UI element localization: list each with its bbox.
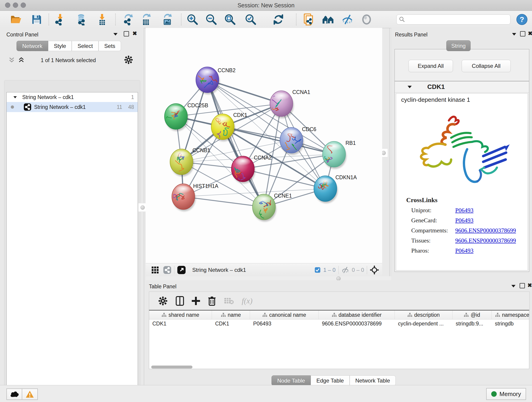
crosslink-value[interactable]: 9606.ENSP00000378699 <box>455 237 516 244</box>
birds-eye-icon[interactable] <box>370 265 379 274</box>
export-network-icon[interactable] <box>122 13 134 26</box>
tab-sets[interactable]: Sets <box>99 41 121 51</box>
export-table-icon[interactable] <box>140 13 152 26</box>
crosslink-row: GeneCard:P06493 <box>411 217 528 224</box>
network-node-CDC25B[interactable] <box>162 104 188 131</box>
network-edge[interactable] <box>243 169 325 189</box>
network-row[interactable]: String Network – cdk1 11 48 <box>7 102 138 112</box>
column-header-database-identifier[interactable]: database identifier <box>319 311 395 319</box>
open-session-icon[interactable] <box>10 13 22 26</box>
table-gear-icon[interactable] <box>158 296 167 306</box>
network-node-CDK1[interactable] <box>211 114 235 141</box>
panel-menu-icon[interactable] <box>511 285 515 287</box>
panel-close-icon[interactable]: ✖ <box>133 31 137 36</box>
cloud-button[interactable] <box>6 389 22 400</box>
import-table-file-icon[interactable] <box>96 13 108 26</box>
panel-menu-icon[interactable] <box>114 33 118 36</box>
function-builder-icon[interactable]: f(x) <box>242 297 253 305</box>
help-icon[interactable]: ? <box>516 13 528 26</box>
main-toolbar: ? <box>0 11 532 28</box>
column-header-name[interactable]: name <box>212 311 250 319</box>
hidden-eye-icon[interactable] <box>341 267 349 274</box>
zoom-in-icon[interactable] <box>186 13 198 26</box>
network-share-icon[interactable] <box>163 266 171 274</box>
node-label-HIST1H1A: HIST1H1A <box>193 183 219 189</box>
crosslink-label: Tissues: <box>411 237 455 244</box>
clone-network-icon[interactable] <box>303 13 315 26</box>
selected-checkbox-icon[interactable] <box>315 267 321 273</box>
tab-network[interactable]: Network <box>17 41 48 51</box>
panel-close-icon[interactable]: ✖ <box>527 283 532 287</box>
column-label: @id <box>471 312 480 318</box>
network-node-HIST1H1A[interactable] <box>172 184 196 211</box>
network-edge-count: 48 <box>128 104 134 110</box>
delete-table-icon[interactable] <box>224 297 234 305</box>
expand-all-button[interactable]: Expand All <box>409 60 453 72</box>
crosslink-value[interactable]: P06493 <box>455 247 473 254</box>
network-graph[interactable]: CCNB2CCNA1CDC25BCDK1CDC6RB1CCNB1CCNA2CDK… <box>146 28 382 263</box>
tab-style[interactable]: Style <box>48 41 72 51</box>
network-collection-row[interactable]: String Network – cdk1 1 <box>7 92 138 102</box>
panel-float-icon[interactable] <box>520 283 525 288</box>
column-header-namespace[interactable]: namespace <box>492 311 529 319</box>
network-node-CCNA1[interactable] <box>269 91 294 118</box>
panel-float-icon[interactable] <box>520 31 525 36</box>
add-column-icon[interactable] <box>191 296 201 306</box>
table-row[interactable]: CDK1CDK1P064939606.ENSP00000378699cyclin… <box>149 319 529 328</box>
right-splitter[interactable] <box>389 28 390 280</box>
column-header-canonical-name[interactable]: canonical name <box>250 311 319 319</box>
network-options-gear-icon[interactable] <box>124 56 133 64</box>
hidden-counts: 0 – 0 <box>352 267 364 273</box>
column-header-shared-name[interactable]: shared name <box>149 311 212 319</box>
network-node-CCNB1[interactable] <box>170 149 194 177</box>
home-icon[interactable] <box>322 13 334 26</box>
crosslink-value[interactable]: P06493 <box>455 207 473 214</box>
control-panel: Control Panel ✖ NetworkStyleSelectSets 1… <box>0 28 144 385</box>
tab-select[interactable]: Select <box>72 41 99 51</box>
tab-string[interactable]: String <box>446 40 471 51</box>
gene-entry-header[interactable]: CDK1 <box>395 81 529 93</box>
import-network-database-icon[interactable] <box>76 13 88 26</box>
svg-text:?: ? <box>520 15 524 24</box>
warning-icon <box>25 390 34 398</box>
open-in-window-icon[interactable] <box>177 266 186 274</box>
panel-close-icon[interactable]: ✖ <box>528 31 532 36</box>
collapse-all-icon[interactable] <box>8 56 15 64</box>
network-canvas[interactable]: CCNB2CCNA1CDC25BCDK1CDC6RB1CCNB1CCNA2CDK… <box>146 28 382 263</box>
column-header-description[interactable]: description <box>395 311 452 319</box>
zoom-selected-icon[interactable] <box>245 13 257 26</box>
column-header-@id[interactable]: @id <box>452 311 492 319</box>
crosslink-value[interactable]: 9606.ENSP00000378699 <box>455 227 516 234</box>
show-eye-icon[interactable] <box>361 13 373 26</box>
panel-menu-icon[interactable] <box>512 33 516 36</box>
collection-expand-icon[interactable] <box>13 96 17 98</box>
refresh-icon[interactable] <box>272 13 284 26</box>
export-image-icon[interactable] <box>161 13 173 26</box>
network-node-CCNB2[interactable] <box>196 67 220 95</box>
delete-column-icon[interactable] <box>208 296 216 306</box>
crosslink-label: GeneCard: <box>411 217 455 224</box>
show-columns-icon[interactable] <box>176 296 184 306</box>
panel-float-icon[interactable] <box>124 31 129 36</box>
import-network-file-icon[interactable] <box>54 13 66 26</box>
table-tab-edge-table[interactable]: Edge Table <box>311 375 350 386</box>
network-node-CDC6[interactable] <box>280 128 304 155</box>
grid-view-icon[interactable] <box>151 266 159 274</box>
table-tab-node-table[interactable]: Node Table <box>272 375 311 386</box>
warnings-button[interactable] <box>22 389 38 400</box>
gene-collapse-icon[interactable] <box>408 86 412 88</box>
zoom-fit-icon[interactable] <box>224 13 236 26</box>
zoom-out-icon[interactable] <box>205 13 217 26</box>
collapse-all-button[interactable]: Collapse All <box>462 60 511 72</box>
network-node-CDKN1A[interactable] <box>314 176 338 203</box>
table-hscrollbar[interactable] <box>151 366 192 369</box>
save-session-icon[interactable] <box>31 13 43 26</box>
hide-eye-icon[interactable] <box>341 13 353 26</box>
crosslink-value[interactable]: P06493 <box>455 217 473 224</box>
network-node-CCNE1[interactable] <box>253 194 276 222</box>
network-node-CCNA2[interactable] <box>231 156 255 184</box>
expand-all-icon[interactable] <box>18 56 25 64</box>
memory-button[interactable]: Memory <box>486 388 526 400</box>
table-tab-network-table[interactable]: Network Table <box>350 375 396 386</box>
search-input[interactable] <box>396 14 510 25</box>
